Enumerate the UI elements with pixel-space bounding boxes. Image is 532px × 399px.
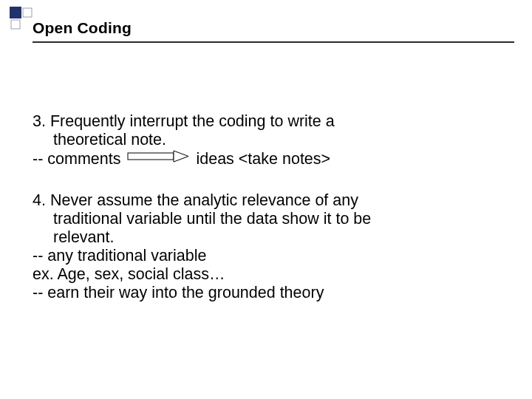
comments-suffix: ideas <take notes> — [196, 150, 330, 168]
arrow-icon — [126, 149, 190, 168]
squares-icon — [9, 6, 35, 33]
bullet-4-sub2: ex. Age, sex, social class… — [33, 265, 502, 284]
bullet-3-comments-row: -- comments ideas <take notes> — [33, 149, 502, 171]
bullet-4-sub3: -- earn their way into the grounded theo… — [33, 284, 502, 302]
slide-title: Open Coding — [33, 19, 514, 37]
svg-rect-0 — [10, 7, 21, 18]
slide: Open Coding 3. Frequently interrupt the … — [0, 0, 532, 399]
svg-rect-1 — [23, 8, 32, 17]
corner-decoration — [9, 6, 35, 33]
bullet-4-sub1: -- any traditional variable — [33, 247, 502, 265]
bullet-4: 4. Never assume the analytic relevance o… — [33, 191, 502, 302]
svg-rect-3 — [128, 153, 174, 160]
comments-prefix: -- comments — [33, 150, 120, 168]
bullet-3-line1: 3. Frequently interrupt the coding to wr… — [33, 112, 502, 131]
bullet-4-line2: traditional variable until the data show… — [33, 210, 502, 228]
title-bar: Open Coding — [33, 19, 514, 43]
bullet-3: 3. Frequently interrupt the coding to wr… — [33, 112, 502, 171]
slide-body: 3. Frequently interrupt the coding to wr… — [33, 112, 502, 322]
bullet-4-line1: 4. Never assume the analytic relevance o… — [33, 191, 502, 210]
bullet-4-line3: relevant. — [33, 228, 502, 247]
bullet-3-line2: theoretical note. — [33, 131, 502, 149]
title-underline — [33, 41, 514, 43]
svg-rect-2 — [11, 20, 20, 29]
svg-marker-4 — [174, 151, 188, 162]
